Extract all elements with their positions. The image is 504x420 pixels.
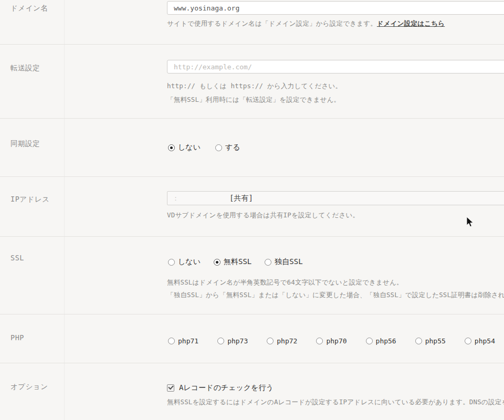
forwarding-label: 転送設定 [10, 64, 40, 73]
options-label: オプション [10, 382, 48, 392]
row-ssl: SSL しない 無料SSL 独自SSL 無料SSLはドメイン名が半角英数記号で6… [0, 236, 504, 314]
php-radio-php70[interactable]: php70 [316, 337, 346, 345]
ssl-radio-own[interactable]: 独自SSL [265, 257, 302, 267]
domain-name-description: サイトで使用するドメイン名は「ドメイン設定」から設定できます。ドメイン設定はこち… [167, 19, 445, 28]
ssl-radio-free[interactable]: 無料SSL [214, 257, 251, 267]
radio-icon [265, 259, 271, 266]
php-radio-php54-label: php54 [475, 337, 495, 345]
row-options: オプション Aレコードのチェックを行う 無料SSLを設定するにはドメインのAレコ… [0, 363, 504, 420]
ssl-radio-group: しない 無料SSL 独自SSL [168, 257, 303, 267]
sync-label: 同期設定 [10, 139, 40, 149]
radio-icon [217, 338, 224, 344]
sync-radio-group: しない する [168, 143, 240, 152]
domain-name-label: ドメイン名 [10, 4, 48, 13]
forwarding-note-1: http:// もしくは https:// から入力してください。 [167, 82, 342, 91]
radio-icon [168, 259, 175, 266]
radio-icon [415, 338, 422, 344]
php-radio-group: php71 php73 php72 php70 php56 php55 php5… [168, 337, 495, 345]
radio-icon [267, 338, 274, 344]
ssl-radio-free-label: 無料SSL [224, 257, 251, 267]
radio-icon [215, 144, 222, 151]
checkbox-icon [167, 384, 174, 392]
row-forwarding: 転送設定 http:// もしくは https:// から入力してください。 「… [0, 44, 504, 118]
domain-name-input[interactable] [167, 1, 504, 15]
ssl-radio-none[interactable]: しない [168, 257, 201, 267]
sync-radio-off-label: しない [178, 143, 201, 152]
php-radio-php56-label: php56 [376, 337, 396, 345]
ip-select-prefix: ： [172, 194, 179, 203]
php-radio-php73-label: php73 [227, 337, 248, 345]
domain-settings-page: { "rows": [ { "label": "ドメイン名", "input_v… [0, 0, 504, 420]
ssl-note-1: 無料SSLはドメイン名が半角英数記号で64文字以下でないと設定できません。 [167, 278, 403, 287]
radio-icon [465, 338, 471, 344]
mouse-cursor-icon [466, 216, 475, 229]
php-radio-php55[interactable]: php55 [415, 337, 446, 345]
php-radio-php73[interactable]: php73 [217, 337, 248, 345]
php-label: PHP [10, 333, 24, 342]
row-ip-address: IPアドレス ： [共有] VDサブドメインを使用する場合は共有IPを設定してく… [0, 176, 504, 236]
sync-radio-on-label: する [225, 143, 240, 152]
ip-address-note: VDサブドメインを使用する場合は共有IPを設定してください。 [167, 211, 359, 220]
ip-address-select[interactable]: ： [共有] [167, 191, 504, 205]
php-radio-php55-label: php55 [425, 337, 446, 345]
ssl-note-2: 「独自SSL」から「無料SSL」または「しない」に変更した場合、「独自SSL」で… [167, 291, 504, 300]
row-domain-name: ドメイン名 サイトで使用するドメイン名は「ドメイン設定」から設定できます。ドメイ… [0, 0, 504, 44]
sync-radio-on[interactable]: する [215, 143, 240, 152]
ip-address-label: IPアドレス [10, 195, 50, 204]
radio-icon [214, 259, 220, 266]
a-record-check-label: Aレコードのチェックを行う [179, 383, 274, 393]
domain-name-description-text: サイトで使用するドメイン名は「ドメイン設定」から設定できます。 [167, 19, 377, 27]
forwarding-note-2: 「無料SSL」利用時には「転送設定」を設定できません。 [167, 96, 340, 104]
php-radio-php72[interactable]: php72 [267, 337, 297, 345]
radio-icon [316, 338, 323, 344]
a-record-check-checkbox[interactable]: Aレコードのチェックを行う [167, 383, 274, 393]
options-note: 無料SSLを設定するにはドメインのAレコードが設定するIPアドレスに向いている必… [167, 398, 504, 407]
php-radio-php71[interactable]: php71 [168, 337, 198, 345]
forwarding-url-input[interactable] [167, 60, 504, 74]
php-radio-php54[interactable]: php54 [465, 337, 495, 345]
radio-icon [168, 144, 175, 151]
radio-icon [168, 338, 175, 344]
row-sync: 同期設定 しない する [0, 118, 504, 176]
php-radio-php56[interactable]: php56 [366, 337, 396, 345]
php-radio-php70-label: php70 [326, 337, 346, 345]
ip-select-value: [共有] [229, 194, 253, 203]
ssl-label: SSL [10, 254, 24, 262]
sync-radio-off[interactable]: しない [168, 143, 201, 152]
domain-settings-link[interactable]: ドメイン設定はこちら [377, 19, 445, 27]
ssl-radio-none-label: しない [178, 257, 201, 267]
ssl-radio-own-label: 独自SSL [275, 257, 302, 267]
php-radio-php72-label: php72 [277, 337, 297, 345]
row-php: PHP php71 php73 php72 php70 php56 php55 … [0, 314, 504, 363]
radio-icon [366, 338, 373, 344]
php-radio-php71-label: php71 [178, 337, 198, 345]
